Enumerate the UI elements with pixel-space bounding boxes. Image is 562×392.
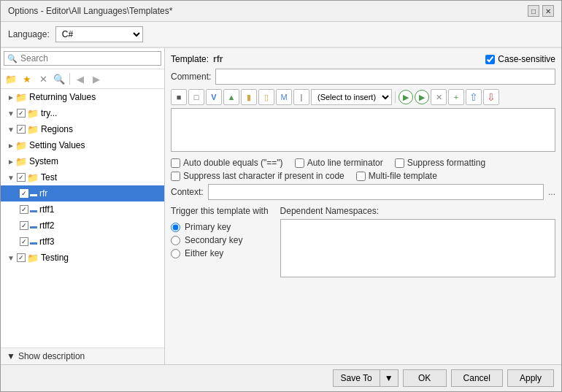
open-folder-button[interactable]: 📁: [4, 72, 18, 86]
save-to-button[interactable]: Save To: [333, 369, 380, 387]
check-rtff3[interactable]: [20, 237, 28, 246]
folder-icon-test: 📁: [27, 172, 39, 183]
template-icon-rtff2: ▬: [30, 222, 37, 230]
check-rtff2[interactable]: [20, 221, 28, 230]
tree-toolbar: 📁 ★ ✕ 🔍 ◀ ▶: [1, 69, 164, 89]
tree-item-rfr[interactable]: ▬ rfr: [1, 185, 164, 201]
ed-btn-cursor[interactable]: ■: [171, 89, 187, 105]
case-sensitive-checkbox[interactable]: [485, 55, 495, 64]
context-label: Context:: [171, 187, 204, 197]
radio-either-input[interactable]: [171, 249, 180, 258]
search-input[interactable]: [20, 53, 158, 64]
collapse-system[interactable]: ►: [7, 157, 15, 166]
bottom-bar: Save To ▼ OK Cancel Apply: [1, 364, 561, 391]
language-select[interactable]: C# VB.NET JavaScript: [55, 26, 143, 42]
collapse-returning[interactable]: ►: [7, 93, 15, 101]
multi-file-label: Multi-file template: [369, 171, 437, 181]
back-button[interactable]: ◀: [73, 72, 88, 86]
auto-double-equals-cb[interactable]: [171, 158, 180, 168]
ed-up-button[interactable]: ⇧: [466, 89, 482, 105]
folder-icon-regions: 📁: [27, 124, 39, 135]
comment-label: Comment:: [171, 72, 211, 82]
check-regions[interactable]: [17, 125, 26, 134]
trigger-label: Trigger this template with: [171, 206, 269, 216]
item-label-setting: Setting Values: [29, 140, 85, 150]
find-button[interactable]: 🔍: [52, 72, 66, 86]
tree-item-test[interactable]: ▼ 📁 Test: [1, 169, 164, 185]
check-test[interactable]: [17, 173, 26, 182]
suppress-formatting-option[interactable]: Suppress formatting: [395, 158, 485, 168]
ed-btn-separator-line[interactable]: |: [293, 89, 309, 105]
item-label-rtff2: rtff2: [39, 220, 54, 231]
minimize-button[interactable]: □: [528, 5, 539, 17]
item-label-test: Test: [41, 172, 57, 182]
right-panel: Template: rfr Case-sensitive Comment: ■: [165, 48, 561, 364]
code-editor[interactable]: [171, 108, 555, 152]
tree-item-rtff3[interactable]: ▬ rtff3: [1, 234, 164, 250]
tree-item-returning[interactable]: ► 📁 Returning Values: [1, 89, 164, 105]
collapse-test[interactable]: ▼: [7, 173, 15, 182]
auto-double-equals-option[interactable]: Auto double equals ("=="): [171, 158, 283, 168]
tree-item-regions[interactable]: ▼ 📁 Regions: [1, 121, 164, 137]
cancel-button[interactable]: Cancel: [451, 369, 503, 387]
tree-item-system[interactable]: ► 📁 System: [1, 153, 164, 169]
context-input[interactable]: [208, 184, 544, 200]
suppress-formatting-cb[interactable]: [395, 158, 404, 168]
item-label-rtff1: rtff1: [39, 204, 54, 215]
tree-item-try[interactable]: ▼ 📁 try...: [1, 105, 164, 121]
tree-item-testing[interactable]: ▼ 📁 Testing: [1, 250, 164, 266]
tree-item-rtff2[interactable]: ▬ rtff2: [1, 218, 164, 234]
show-description[interactable]: ▼ Show description: [1, 347, 164, 364]
radio-either-key[interactable]: Either key: [171, 248, 269, 258]
multi-file-cb[interactable]: [356, 172, 366, 181]
radio-primary-label: Primary key: [185, 222, 231, 232]
radio-primary-input[interactable]: [171, 223, 180, 232]
item-label-regions: Regions: [41, 124, 73, 134]
check-rtff1[interactable]: [20, 205, 28, 214]
suppress-last-char-cb[interactable]: [171, 172, 180, 181]
comment-input[interactable]: [215, 69, 555, 85]
collapse-try[interactable]: ▼: [7, 109, 15, 118]
check-rfr[interactable]: [20, 189, 28, 198]
collapse-testing[interactable]: ▼: [7, 253, 15, 262]
ed-down-button[interactable]: ⇩: [483, 89, 499, 105]
trigger-section: Trigger this template with Primary key S…: [171, 206, 269, 277]
ed-add-button[interactable]: +: [448, 89, 464, 105]
forward-button[interactable]: ▶: [89, 72, 104, 86]
apply-button[interactable]: Apply: [507, 369, 554, 387]
ed-btn-block[interactable]: ▮: [241, 89, 257, 105]
ed-run-button[interactable]: ▶: [399, 90, 413, 104]
ok-button[interactable]: OK: [403, 369, 447, 387]
radio-secondary-input[interactable]: [171, 236, 180, 245]
new-item-button[interactable]: ★: [20, 72, 34, 86]
ed-btn-var[interactable]: V: [206, 89, 222, 105]
collapse-regions[interactable]: ▼: [7, 125, 15, 134]
ed-btn-block2[interactable]: ▯: [258, 89, 274, 105]
delete-button[interactable]: ✕: [36, 72, 50, 86]
auto-double-equals-label: Auto double equals ("=="): [183, 158, 283, 168]
ed-btn-arrow[interactable]: ▲: [223, 89, 239, 105]
ed-btn-param[interactable]: □: [188, 89, 204, 105]
check-testing[interactable]: [17, 253, 26, 262]
tree-item-setting[interactable]: ► 📁 Setting Values: [1, 137, 164, 153]
save-to-arrow-button[interactable]: ▼: [380, 369, 399, 387]
ed-btn-macro[interactable]: M: [276, 89, 292, 105]
check-try[interactable]: [17, 109, 26, 118]
ed-clear-button[interactable]: ✕: [431, 89, 447, 105]
ed-run2-button[interactable]: ▶: [415, 90, 429, 104]
dep-namespaces-box[interactable]: [280, 219, 555, 277]
radio-secondary-key[interactable]: Secondary key: [171, 235, 269, 245]
collapse-setting[interactable]: ►: [7, 141, 15, 150]
context-more-button[interactable]: ...: [548, 187, 555, 197]
tree-item-rtff1[interactable]: ▬ rtff1: [1, 201, 164, 218]
toolbar-separator: [69, 73, 70, 85]
suppress-last-char-option[interactable]: Suppress last character if present in co…: [171, 171, 344, 181]
comment-row: Comment:: [171, 69, 555, 85]
template-header: Template: rfr Case-sensitive: [171, 54, 555, 64]
ed-insert-select[interactable]: (Select to insert): [311, 89, 392, 105]
auto-line-terminator-cb[interactable]: [295, 158, 304, 168]
multi-file-option[interactable]: Multi-file template: [356, 171, 437, 181]
close-button[interactable]: ✕: [542, 5, 554, 17]
auto-line-terminator-option[interactable]: Auto line terminator: [295, 158, 383, 168]
radio-primary-key[interactable]: Primary key: [171, 222, 269, 232]
